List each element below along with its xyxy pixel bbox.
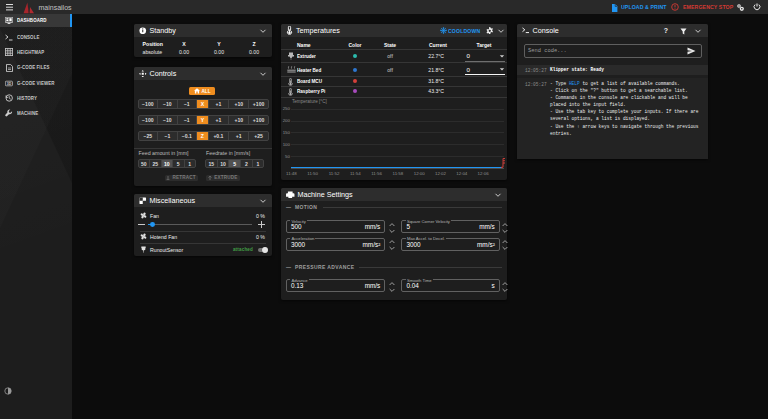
svg-text:3D: 3D (7, 81, 12, 85)
